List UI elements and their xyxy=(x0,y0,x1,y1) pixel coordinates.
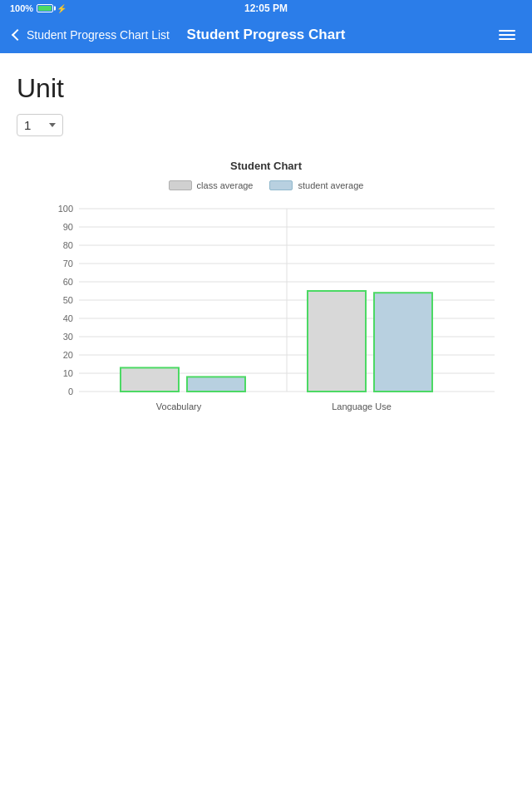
back-arrow-icon xyxy=(12,29,23,41)
svg-text:90: 90 xyxy=(63,222,73,232)
svg-text:50: 50 xyxy=(63,295,73,305)
battery-percentage: 100% xyxy=(10,3,33,13)
svg-text:80: 80 xyxy=(63,240,73,250)
student-average-swatch xyxy=(269,180,293,190)
status-bar-time: 12:05 PM xyxy=(244,2,288,14)
svg-text:0: 0 xyxy=(68,387,73,397)
vocab-student-bar xyxy=(187,377,245,392)
chart-container: Student Chart class average student aver… xyxy=(17,160,515,425)
legend-class: class average xyxy=(169,180,254,190)
back-button[interactable]: Student Progress Chart List xyxy=(13,28,170,42)
menu-bar-2 xyxy=(499,34,515,36)
app-header: Student Progress Chart List Student Prog… xyxy=(0,17,532,53)
legend-student: student average xyxy=(269,180,363,190)
chart-svg-wrapper: 100 90 80 70 60 50 40 30 20 10 0 xyxy=(17,200,515,425)
status-bar-right: 100% ⚡ xyxy=(10,3,66,13)
svg-text:20: 20 xyxy=(63,350,73,360)
class-average-label: class average xyxy=(197,180,254,190)
chart-title: Student Chart xyxy=(17,160,515,172)
page-title: Student Progress Chart xyxy=(187,27,346,43)
lightning-icon: ⚡ xyxy=(57,4,66,13)
unit-dropdown[interactable]: 1 xyxy=(17,114,63,136)
svg-text:Language Use: Language Use xyxy=(332,401,392,411)
svg-text:100: 100 xyxy=(58,204,73,214)
menu-bar-1 xyxy=(499,30,515,32)
svg-text:Vocabulary: Vocabulary xyxy=(156,401,202,411)
status-bar: 12:05 PM 100% ⚡ xyxy=(0,0,532,17)
menu-button[interactable] xyxy=(495,27,519,43)
chart-legend: class average student average xyxy=(17,180,515,190)
back-label: Student Progress Chart List xyxy=(27,28,170,42)
language-class-bar xyxy=(308,291,366,392)
unit-dropdown-value: 1 xyxy=(24,118,46,132)
vocab-class-bar xyxy=(121,367,179,392)
svg-text:40: 40 xyxy=(63,313,73,323)
language-student-bar xyxy=(374,293,432,392)
svg-text:10: 10 xyxy=(63,368,73,378)
bar-chart-svg: 100 90 80 70 60 50 40 30 20 10 0 xyxy=(33,200,499,425)
svg-text:30: 30 xyxy=(63,332,73,342)
svg-text:70: 70 xyxy=(63,259,73,268)
chevron-down-icon xyxy=(49,123,56,127)
student-average-label: student average xyxy=(298,180,363,190)
svg-text:60: 60 xyxy=(63,277,73,287)
main-content: Unit 1 Student Chart class average stude… xyxy=(0,53,532,445)
menu-bar-3 xyxy=(499,38,515,40)
unit-heading: Unit xyxy=(17,73,515,104)
battery-icon xyxy=(37,4,53,12)
class-average-swatch xyxy=(169,180,192,190)
